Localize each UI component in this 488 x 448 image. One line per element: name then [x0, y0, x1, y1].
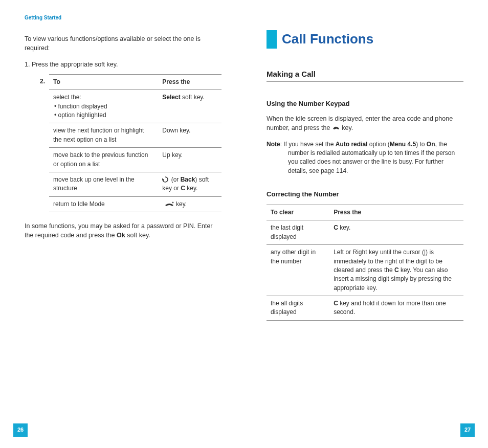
subhead-keypad: Using the Number Keypad	[267, 99, 463, 109]
r3-press: C key and hold it down for more than one…	[329, 296, 463, 321]
call-key-icon	[332, 125, 340, 132]
row5-to: return to Idle Mode	[49, 196, 158, 212]
page-number-left: 26	[13, 423, 28, 437]
section-making-call: Making a Call	[267, 69, 463, 82]
end-call-icon	[164, 201, 174, 208]
row2-to: view the next function or highlight the …	[49, 123, 158, 148]
correcting-table: To clear Press the the last digit displa…	[267, 205, 463, 321]
step-1: 1. Press the appropriate soft key.	[34, 60, 221, 69]
outro-text: In some functions, you may be asked for …	[25, 221, 221, 240]
back-arrow-icon	[162, 176, 169, 184]
row2-press: Down key.	[158, 123, 221, 148]
row4-to: move back up one level in the structure	[49, 172, 158, 197]
row1-press: Select soft key.	[158, 90, 221, 123]
row3-press: Up key.	[158, 148, 221, 172]
r1-clear: the last digit displayed	[267, 220, 329, 245]
table-number: 2.	[36, 74, 49, 89]
page-left: Getting Started To view various function…	[0, 0, 244, 448]
r2-clear: any other digit in the number	[267, 245, 329, 296]
subhead-correcting: Correcting the Number	[267, 190, 463, 199]
section-label: Getting Started	[25, 14, 221, 22]
r1-press: C key.	[329, 220, 463, 245]
note-auto-redial: Note: If you have set the Auto redial op…	[267, 140, 463, 176]
intro-text: To view various functions/options availa…	[25, 34, 221, 53]
softkey-table: 2. To Press the select the: • function d…	[36, 74, 221, 212]
page-right: Call Functions Making a Call Using the N…	[244, 0, 488, 448]
page-number-right: 27	[460, 423, 475, 437]
row4-press: (or Back) soft key or C key.	[158, 172, 221, 197]
r2-press: Left or Right key until the cursor (|) i…	[329, 245, 463, 296]
row5-press: key.	[158, 196, 221, 212]
col-press-r: Press the	[329, 205, 463, 220]
row3-to: move back to the previous function or op…	[49, 148, 158, 172]
col-to: To	[49, 74, 158, 89]
chapter-header: Call Functions	[267, 30, 463, 49]
r3-clear: the all digits displayed	[267, 296, 329, 321]
col-press: Press the	[158, 74, 221, 89]
chapter-title: Call Functions	[282, 30, 373, 49]
row1-to: select the: • function displayed • optio…	[49, 90, 158, 123]
col-clear: To clear	[267, 205, 329, 220]
chapter-bar	[267, 30, 277, 49]
para-keypad: When the idle screen is displayed, enter…	[267, 114, 463, 132]
